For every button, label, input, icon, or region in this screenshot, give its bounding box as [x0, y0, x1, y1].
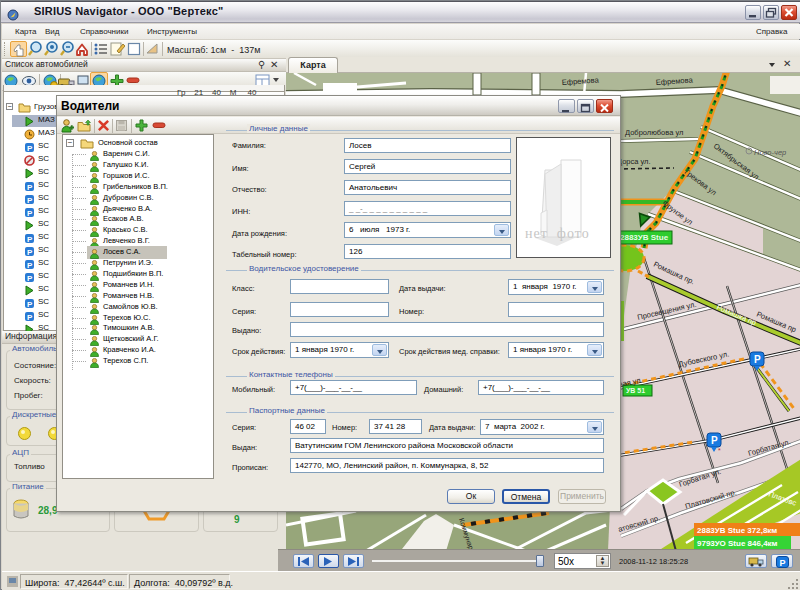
svg-text:P: P	[27, 144, 33, 153]
svg-text:P: P	[27, 235, 33, 244]
svg-text:2883УВ Stue: 2883УВ Stue	[620, 233, 669, 242]
svg-text:P: P	[27, 209, 33, 218]
svg-text:P: P	[27, 274, 33, 283]
svg-text:Ново-чер: Ново-чер	[754, 148, 786, 157]
svg-text:P: P	[711, 435, 718, 446]
svg-text:P: P	[27, 300, 33, 309]
svg-text:P: P	[27, 248, 33, 257]
svg-text:2883УВ Stue 372,8км: 2883УВ Stue 372,8км	[697, 526, 777, 535]
svg-text:*: *	[718, 447, 721, 454]
svg-text:P: P	[27, 313, 33, 322]
svg-text:9793УО Stue 846,4км: 9793УО Stue 846,4км	[697, 539, 778, 548]
svg-text:P: P	[779, 558, 785, 568]
svg-text:Добролюбова ул: Добролюбова ул	[625, 128, 683, 137]
svg-text:Дорса ул.: Дорса ул.	[617, 157, 651, 166]
svg-text:P: P	[27, 196, 33, 205]
svg-text:P: P	[27, 183, 33, 192]
svg-text:P: P	[27, 261, 33, 270]
svg-text:УВ 51: УВ 51	[626, 387, 645, 394]
svg-text:P: P	[754, 354, 761, 365]
